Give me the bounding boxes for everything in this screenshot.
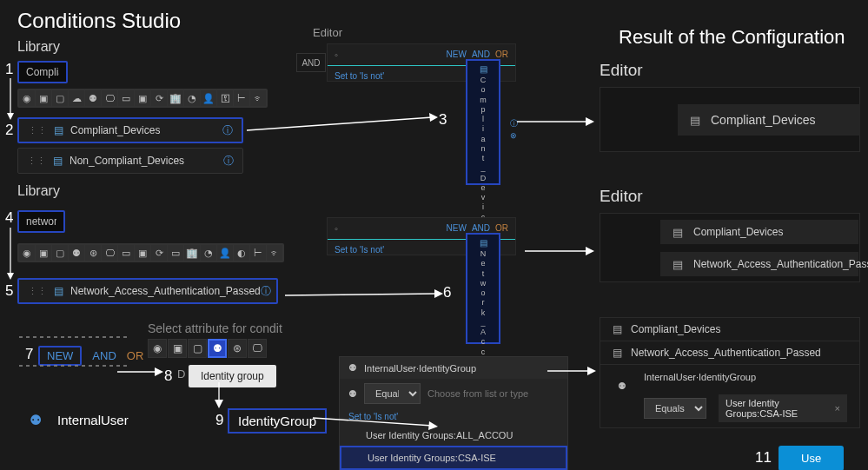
device-icon[interactable]: ▭ bbox=[118, 90, 134, 106]
identity-group-icon[interactable]: ⚉ bbox=[208, 339, 227, 358]
clock-icon[interactable]: ◔ bbox=[201, 245, 216, 261]
final-row-compliant[interactable]: ▤ Compliant_Devices bbox=[600, 318, 859, 341]
gauge-icon[interactable]: ◐ bbox=[234, 245, 249, 261]
attribute-toolbar: ◉ ▣ ▢ ⚉ ⊛ 🖵 bbox=[148, 339, 267, 358]
sync-icon[interactable]: ⟳ bbox=[151, 90, 167, 106]
tree-icon[interactable]: ⊢ bbox=[250, 245, 266, 261]
wifi-icon[interactable]: ᯤ bbox=[250, 90, 266, 106]
new-link[interactable]: NEW bbox=[447, 50, 467, 60]
search-network-input[interactable] bbox=[17, 210, 65, 233]
equals-select[interactable]: Equals bbox=[644, 398, 706, 419]
monitor-icon[interactable]: 🖵 bbox=[248, 339, 267, 358]
box-icon[interactable]: ▢ bbox=[52, 245, 68, 261]
key-icon[interactable]: ⚿ bbox=[217, 90, 233, 106]
or-button[interactable]: OR bbox=[127, 349, 144, 362]
result-title: Result of the Configuration bbox=[619, 26, 845, 49]
info-icon[interactable]: ⓘ bbox=[261, 284, 271, 299]
result-slot-network[interactable]: ▤ Network_Access_Authentication_Passed bbox=[660, 252, 858, 276]
library-item-name: Compliant_Devices bbox=[70, 124, 222, 136]
vertical-condition-network[interactable]: ▤ Netw ork_ Acce ss bbox=[466, 233, 500, 344]
library-item-compliant-devices[interactable]: ⋮⋮ ▤ Compliant_Devices ⓘ bbox=[17, 117, 243, 143]
use-button[interactable]: Use bbox=[779, 446, 844, 470]
device-icon[interactable]: ▭ bbox=[118, 245, 134, 261]
filter-icon[interactable]: ▣ bbox=[36, 90, 51, 106]
library-item-non-compliant[interactable]: ⋮⋮ ▤ Non_Compliant_Devices ⓘ bbox=[17, 148, 243, 174]
equals-select-dd[interactable]: Equals bbox=[364, 383, 421, 404]
svg-marker-11 bbox=[586, 247, 594, 255]
pin-icon[interactable]: ◉ bbox=[19, 90, 35, 106]
filter-icon[interactable]: ▣ bbox=[36, 245, 51, 261]
filter-icon[interactable]: ▣ bbox=[168, 339, 187, 358]
and-button[interactable]: AND bbox=[92, 349, 116, 362]
identity-group-box[interactable]: IdentityGroup bbox=[228, 408, 327, 434]
vertical-condition-compliant[interactable]: ▤ Comp lian t_De vice s ⓘ ⊗ bbox=[466, 59, 500, 185]
delete-icon[interactable]: ⊗ bbox=[510, 131, 518, 140]
option-all-accounts[interactable]: User Identity Groups:ALL_ACCOU bbox=[340, 425, 567, 446]
pin-icon[interactable]: ◉ bbox=[148, 339, 167, 358]
users-icon[interactable]: ⚉ bbox=[69, 245, 84, 261]
step-11: 11 bbox=[755, 449, 772, 467]
document-icon: ▤ bbox=[673, 226, 683, 239]
document-icon: ▤ bbox=[613, 323, 622, 335]
option-csa-ise[interactable]: User Identity Groups:CSA-ISE bbox=[340, 446, 567, 470]
library-toolbar-1: ◉ ▣ ▢ ☁ ⚉ 🖵 ▭ ▣ ⟳ 🏢 ◔ 👤 ⚿ ⊢ ᯤ bbox=[17, 89, 268, 108]
document-icon: ▤ bbox=[53, 155, 63, 167]
info-icon[interactable]: ⓘ bbox=[222, 123, 233, 138]
result-slot-label: Compliant_Devices bbox=[711, 113, 816, 127]
svg-marker-3 bbox=[429, 113, 438, 122]
svg-marker-7 bbox=[7, 273, 14, 280]
box-icon[interactable]: ▢ bbox=[188, 339, 207, 358]
library-toolbar-2: ◉ ▣ ▢ ⚉ ⊛ 🖵 ▭ ▣ ⟳ ▭ 🏢 ◔ 👤 ◐ ⊢ ᯤ bbox=[17, 243, 284, 262]
new-button[interactable]: NEW bbox=[38, 346, 82, 366]
window-icon[interactable]: ▣ bbox=[135, 245, 150, 261]
globe-icon[interactable]: ⊛ bbox=[228, 339, 247, 358]
svg-line-2 bbox=[247, 117, 433, 130]
final-row-network[interactable]: ▤ Network_Access_Authentication_Passed bbox=[600, 341, 859, 365]
svg-marker-9 bbox=[434, 289, 443, 298]
remove-value-icon[interactable]: × bbox=[835, 403, 840, 414]
choose-input[interactable] bbox=[427, 388, 559, 399]
user-icon[interactable]: 👤 bbox=[201, 90, 216, 106]
new-link[interactable]: NEW bbox=[447, 223, 467, 234]
library-item-network-auth[interactable]: ⋮⋮ ▤ Network_Access_Authentication_Passe… bbox=[17, 278, 278, 304]
wifi-icon[interactable]: ᯤ bbox=[267, 245, 282, 261]
and-operator-box[interactable]: AND bbox=[296, 53, 326, 72]
result-slot-compliant[interactable]: ▤ Compliant_Devices bbox=[678, 104, 860, 136]
pin-icon[interactable]: ◉ bbox=[19, 245, 35, 261]
cloud-icon[interactable]: ☁ bbox=[69, 90, 84, 106]
internal-user-row[interactable]: ⚉ InternalUser bbox=[30, 412, 129, 428]
users-icon[interactable]: ⚉ bbox=[85, 90, 101, 106]
sync-icon[interactable]: ⟳ bbox=[151, 245, 167, 261]
set-to-isnot-link-dd[interactable]: Set to 'Is not' bbox=[340, 408, 567, 425]
info-icon[interactable]: ⓘ bbox=[223, 154, 234, 169]
document-icon: ▤ bbox=[613, 347, 622, 359]
final-result-panel: ▤ Compliant_Devices ▤ Network_Access_Aut… bbox=[600, 317, 860, 428]
result-slot-label: Network_Access_Authentication_Passed bbox=[693, 258, 868, 270]
user-icon[interactable]: 👤 bbox=[217, 245, 233, 261]
drag-handle-icon[interactable]: ⋮⋮ bbox=[28, 286, 47, 297]
monitor-icon[interactable]: 🖵 bbox=[102, 90, 117, 106]
document-icon: ▤ bbox=[54, 285, 63, 297]
globe-icon[interactable]: ⊛ bbox=[85, 245, 101, 261]
tree-icon[interactable]: ⊢ bbox=[234, 90, 249, 106]
clock-icon[interactable]: ◔ bbox=[184, 90, 200, 106]
users-icon: ⚉ bbox=[30, 412, 42, 428]
monitor-icon[interactable]: 🖵 bbox=[102, 245, 117, 261]
library-label-2: Library bbox=[17, 183, 60, 199]
library-label-1: Library bbox=[17, 39, 60, 55]
search-compliant-input[interactable] bbox=[17, 61, 68, 83]
dictionary-hint: D bbox=[177, 367, 185, 381]
final-row-label: Network_Access_Authentication_Passed bbox=[631, 347, 821, 359]
window-icon[interactable]: ▣ bbox=[135, 90, 150, 106]
drag-handle-icon[interactable]: ⋮⋮ bbox=[28, 125, 47, 136]
box-icon[interactable]: ▢ bbox=[52, 90, 68, 106]
card-icon[interactable]: ▭ bbox=[168, 245, 183, 261]
info-icon[interactable]: ⓘ bbox=[510, 118, 518, 129]
editor-label-right2: Editor bbox=[600, 187, 643, 206]
building-icon[interactable]: 🏢 bbox=[184, 245, 200, 261]
building-icon[interactable]: 🏢 bbox=[168, 90, 183, 106]
result-slot-compliant-2[interactable]: ▤ Compliant_Devices bbox=[660, 220, 858, 244]
drag-handle-icon[interactable]: ⋮⋮ bbox=[27, 156, 46, 167]
step-6: 6 bbox=[443, 284, 451, 301]
svg-marker-5 bbox=[586, 117, 594, 126]
